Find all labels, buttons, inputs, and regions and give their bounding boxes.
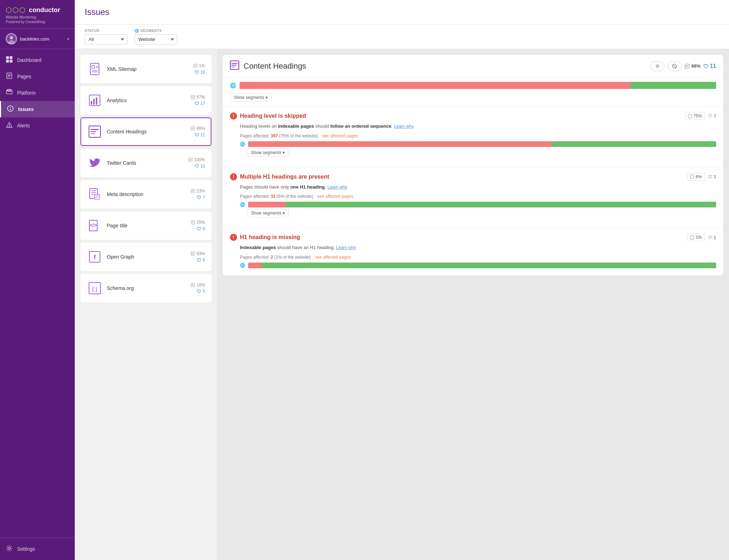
schema-org-icon: {;}: [87, 280, 103, 296]
logo-subtitle: Website MonitoringPowered by ContentKing: [6, 15, 69, 24]
svg-point-1: [10, 36, 13, 39]
issue-stats: 86% 11: [191, 126, 205, 137]
affected-pages: Pages affected: 397 (75% of the website)…: [240, 133, 716, 138]
sub-issue-h1-missing: ! H1 heading is missing 1% 1: [223, 227, 723, 275]
issue-stats: 25% 6: [191, 220, 205, 231]
sub-issue-stats: 6% 1: [687, 173, 716, 181]
issue-pages: 18%: [191, 282, 205, 287]
issue-stats: 100% 10: [188, 157, 205, 169]
sub-issue-stats: 75% 7: [685, 112, 716, 120]
alerts-icon: [6, 122, 13, 130]
sidebar-settings: Settings: [0, 538, 75, 560]
show-segments-heading-skipped-button[interactable]: Show segments ▾: [247, 148, 289, 157]
issue-likes: 6: [197, 258, 205, 263]
sidebar-item-dashboard[interactable]: Dashboard: [0, 52, 75, 68]
learn-why-link[interactable]: Learn why: [327, 185, 347, 190]
status-select[interactable]: All Active Resolved: [85, 34, 127, 44]
globe-icon: 🌐: [240, 263, 245, 268]
settings-icon: [6, 545, 13, 553]
sidebar-item-label: Platform: [17, 90, 36, 96]
progress-green: [630, 82, 716, 89]
sub-issue-pct: 6%: [687, 173, 705, 181]
detail-likes: 11: [703, 63, 716, 69]
chevron-down-icon: ▾: [283, 150, 285, 155]
issue-list-panel: XML Sitemap 1% 19: [75, 49, 217, 560]
issue-stats: 1% 19: [193, 63, 205, 75]
svg-text:f: f: [94, 254, 96, 261]
issue-card-schema-org[interactable]: {;} Schema.org 18% 5: [80, 274, 211, 302]
sidebar-item-pages[interactable]: Pages: [0, 68, 75, 85]
svg-point-82: [656, 65, 658, 67]
issue-card-open-graph[interactable]: f Open Graph 93% 6: [80, 243, 211, 271]
globe-icon: 🌐: [240, 202, 245, 207]
show-segments-multiple-h1-button[interactable]: Show segments ▾: [247, 209, 289, 217]
issue-likes: 11: [195, 132, 205, 137]
issue-pages: 86%: [191, 126, 205, 131]
issue-title: Meta description: [107, 191, 187, 197]
svg-rect-19: [90, 63, 99, 75]
show-segments-overall-button[interactable]: Show segments ▾: [230, 93, 272, 102]
segments-filter-group: 🌐 SEGMENTS Website Blog Shop: [135, 29, 177, 44]
issue-card-content-headings[interactable]: Content Headings 86% 11: [80, 117, 211, 146]
globe-icon: 🌐: [230, 83, 236, 88]
logo-name: conductor: [29, 6, 60, 14]
svg-point-15: [10, 109, 11, 110]
content-area: XML Sitemap 1% 19: [75, 49, 729, 560]
svg-rect-12: [7, 89, 11, 91]
issue-card-twitter-cards[interactable]: Twitter Cards 100% 10: [80, 149, 211, 177]
sidebar-item-settings[interactable]: Settings: [0, 541, 75, 557]
issue-pages: 100%: [188, 157, 205, 162]
detail-settings-button[interactable]: [650, 61, 665, 71]
issue-stats: 97% 17: [191, 95, 205, 106]
detail-ignore-button[interactable]: [667, 61, 682, 71]
see-affected-link[interactable]: see affected pages: [315, 255, 351, 260]
sidebar-logo: ⬡⬡⬡ conductor Website MonitoringPowered …: [0, 0, 75, 29]
svg-rect-31: [93, 99, 95, 105]
page-header: Issues: [75, 0, 729, 25]
progress-green: [285, 202, 716, 207]
sub-issue-pct: 1%: [687, 233, 705, 241]
issue-pages: 1%: [193, 63, 205, 68]
issue-card-xml-sitemap[interactable]: XML Sitemap 1% 19: [80, 55, 211, 83]
globe-icon: 🌐: [135, 29, 139, 33]
issue-title: Page title: [107, 223, 187, 228]
progress-red: [248, 263, 262, 268]
see-affected-link[interactable]: see affected pages: [317, 194, 353, 199]
sub-progress-row: 🌐: [240, 141, 716, 147]
svg-rect-3: [6, 56, 9, 59]
issue-likes: 5: [197, 289, 205, 294]
issue-title: Schema.org: [107, 285, 187, 291]
learn-why-link[interactable]: Learn why: [394, 124, 414, 129]
account-selector[interactable]: backlinko.com ▾: [0, 29, 75, 49]
sidebar-item-alerts[interactable]: Alerts: [0, 117, 75, 134]
issue-pages: 97%: [191, 95, 205, 100]
logo-dots-icon: ⬡⬡⬡: [6, 6, 26, 14]
sub-progress-row: 🌐: [240, 202, 716, 207]
issue-likes: 7: [197, 195, 205, 200]
meta-description-icon: [87, 186, 103, 202]
overall-progress-section: 🌐: [223, 78, 723, 93]
sidebar-item-platform[interactable]: Platform: [0, 85, 75, 101]
sub-progress-bar: [248, 141, 716, 147]
sub-issue-description: Heading levels on indexable pages should…: [240, 123, 716, 130]
sidebar-item-label: Issues: [18, 106, 34, 112]
see-affected-link[interactable]: see affected pages: [322, 133, 358, 138]
svg-text:{;}: {;}: [92, 286, 98, 292]
issue-card-analytics[interactable]: Analytics 97% 17: [80, 86, 211, 115]
dashboard-icon: [6, 56, 13, 64]
sidebar-item-issues[interactable]: Issues: [0, 101, 75, 117]
detail-actions: 86% 11: [650, 61, 716, 71]
globe-icon: 🌐: [240, 142, 245, 147]
issue-likes: 19: [195, 70, 205, 75]
learn-why-link[interactable]: Learn why: [336, 245, 356, 250]
segments-select[interactable]: Website Blog Shop: [135, 34, 177, 44]
sub-issue-header: ! Multiple H1 headings are present 6% 1: [230, 173, 716, 181]
issue-title: Twitter Cards: [107, 160, 184, 166]
segments-label: 🌐 SEGMENTS: [135, 29, 177, 33]
platform-icon: [6, 89, 13, 97]
issue-card-page-title[interactable]: </> Page title 25% 6: [80, 211, 211, 240]
sub-issue-title: Heading level is skipped: [240, 113, 682, 119]
issue-stats: 93% 6: [191, 251, 205, 263]
issue-card-meta-description[interactable]: Meta description 23% 7: [80, 180, 211, 208]
svg-rect-4: [10, 56, 12, 59]
